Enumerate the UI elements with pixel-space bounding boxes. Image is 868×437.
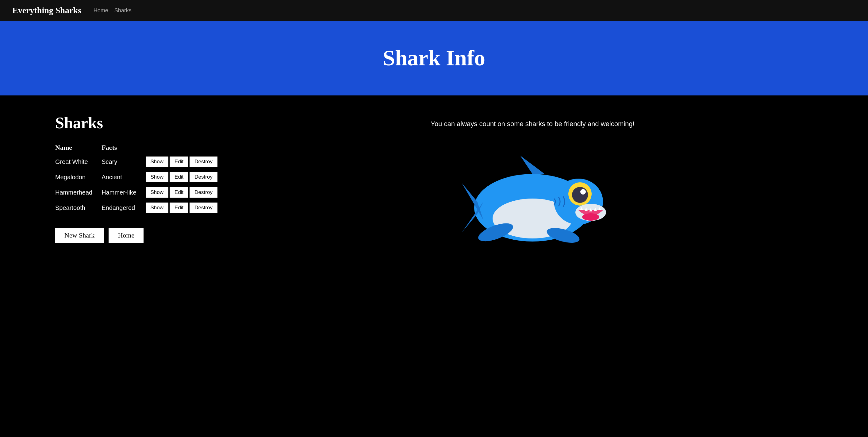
shark-facts: Hammer-like — [101, 185, 145, 200]
svg-marker-4 — [520, 155, 545, 174]
shark-facts: Endangered — [101, 200, 145, 215]
destroy-button[interactable]: Destroy — [190, 156, 217, 167]
shark-facts: Ancient — [101, 169, 145, 185]
destroy-button[interactable]: Destroy — [190, 187, 217, 198]
new-shark-button[interactable]: New Shark — [55, 228, 104, 243]
nav-links: Home Sharks — [94, 7, 131, 14]
shark-actions: ShowEditDestroy — [146, 185, 228, 200]
home-button[interactable]: Home — [108, 228, 144, 243]
nav-link-sharks[interactable]: Sharks — [115, 7, 131, 14]
sharks-section: Sharks Name Facts Great WhiteScaryShowEd… — [55, 114, 228, 243]
edit-button[interactable]: Edit — [169, 203, 188, 213]
table-row: Great WhiteScaryShowEditDestroy — [55, 154, 228, 169]
shark-actions: ShowEditDestroy — [146, 169, 228, 185]
site-brand: Everything Sharks — [12, 5, 81, 16]
shark-name: Hammerhead — [55, 185, 101, 200]
shark-name: Great White — [55, 154, 101, 169]
nav-link-home[interactable]: Home — [94, 7, 108, 14]
friendly-text: You can always count on some sharks to b… — [431, 120, 634, 128]
destroy-button[interactable]: Destroy — [190, 203, 217, 213]
show-button[interactable]: Show — [146, 203, 169, 213]
main-content: Sharks Name Facts Great WhiteScaryShowEd… — [0, 95, 868, 280]
shark-name: Megalodon — [55, 169, 101, 185]
shark-actions: ShowEditDestroy — [146, 200, 228, 215]
shark-illustration — [459, 140, 606, 257]
table-row: HammerheadHammer-likeShowEditDestroy — [55, 185, 228, 200]
shark-facts: Scary — [101, 154, 145, 169]
table-row: SpeartoothEndangeredShowEditDestroy — [55, 200, 228, 215]
svg-point-10 — [580, 189, 586, 195]
show-button[interactable]: Show — [146, 187, 169, 198]
shark-svg — [459, 140, 606, 257]
navbar: Everything Sharks Home Sharks — [0, 0, 868, 21]
sharks-heading: Sharks — [55, 114, 228, 132]
col-facts: Facts — [101, 141, 145, 154]
hero-title: Shark Info — [383, 46, 485, 71]
table-row: MegalodonAncientShowEditDestroy — [55, 169, 228, 185]
sharks-table: Name Facts Great WhiteScaryShowEditDestr… — [55, 141, 228, 215]
show-button[interactable]: Show — [146, 172, 169, 182]
shark-actions: ShowEditDestroy — [146, 154, 228, 169]
show-button[interactable]: Show — [146, 156, 169, 167]
svg-point-9 — [572, 187, 588, 203]
col-name: Name — [55, 141, 101, 154]
edit-button[interactable]: Edit — [169, 187, 188, 198]
destroy-button[interactable]: Destroy — [190, 172, 217, 182]
right-section: You can always count on some sharks to b… — [252, 114, 813, 257]
edit-button[interactable]: Edit — [169, 172, 188, 182]
bottom-buttons: New Shark Home — [55, 228, 228, 243]
hero-banner: Shark Info — [0, 21, 868, 95]
svg-point-17 — [582, 213, 599, 221]
edit-button[interactable]: Edit — [169, 156, 188, 167]
shark-name: Speartooth — [55, 200, 101, 215]
